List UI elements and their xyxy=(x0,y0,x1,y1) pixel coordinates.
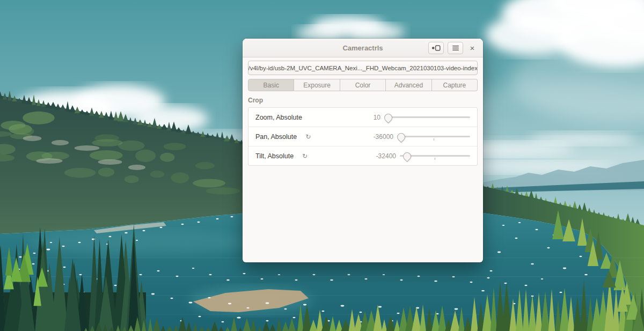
slider-track[interactable] xyxy=(384,116,470,118)
headerbar-actions: × xyxy=(428,42,483,54)
section-title-crop: Crop xyxy=(248,97,478,104)
close-button[interactable]: × xyxy=(467,42,478,54)
headerbar[interactable]: Cameractrls × xyxy=(243,39,483,57)
window-content: /dev/v4l/by-id/usb-2M_UVC_CAMERA_Nexi...… xyxy=(243,57,483,166)
control-row-pan: Pan, Absolute↻-36000 xyxy=(248,127,477,146)
slider[interactable] xyxy=(400,150,470,162)
tab-basic[interactable]: Basic xyxy=(248,79,294,91)
slider-track[interactable] xyxy=(397,136,470,137)
tab-advanced[interactable]: Advanced xyxy=(386,79,431,91)
device-selector[interactable]: /dev/v4l/by-id/usb-2M_UVC_CAMERA_Nexi...… xyxy=(248,61,478,75)
control-label: Tilt, Absolute xyxy=(255,152,294,160)
control-row-zoom: Zoom, Absolute10 xyxy=(248,108,477,127)
slider[interactable] xyxy=(384,112,470,123)
reset-default-button[interactable]: ↻ xyxy=(302,153,308,159)
control-label: Zoom, Absolute xyxy=(255,114,302,121)
camera-window-icon xyxy=(431,45,441,52)
close-icon: × xyxy=(470,44,475,52)
menu-button[interactable] xyxy=(448,42,463,54)
control-value: -36000 xyxy=(374,133,397,141)
control-row-tilt: Tilt, Absolute↻-32400 xyxy=(248,146,477,165)
tab-capture[interactable]: Capture xyxy=(432,79,478,91)
open-camera-window-button[interactable] xyxy=(428,42,444,54)
slider-mark xyxy=(435,158,435,160)
reset-default-button[interactable]: ↻ xyxy=(305,134,311,140)
slider-mark xyxy=(434,138,434,141)
slider-handle[interactable] xyxy=(401,150,413,161)
tab-color[interactable]: Color xyxy=(340,79,386,91)
control-label: Pan, Absolute xyxy=(255,133,297,141)
controls-card: Zoom, Absolute10Pan, Absolute↻-36000Tilt… xyxy=(248,107,478,166)
device-path-label: /dev/v4l/by-id/usb-2M_UVC_CAMERA_Nexi...… xyxy=(248,65,478,71)
tab-exposure[interactable]: Exposure xyxy=(294,79,340,91)
control-value: 10 xyxy=(374,114,384,121)
cameractrls-window: Cameractrls × xyxy=(243,39,483,262)
control-value: -32400 xyxy=(376,152,400,160)
hamburger-menu-icon xyxy=(452,45,459,51)
desktop: Cameractrls × xyxy=(0,0,644,331)
slider-handle[interactable] xyxy=(396,131,407,142)
slider-handle[interactable] xyxy=(383,112,394,123)
slider[interactable] xyxy=(397,131,470,143)
tab-bar: BasicExposureColorAdvancedCapture xyxy=(248,79,478,91)
